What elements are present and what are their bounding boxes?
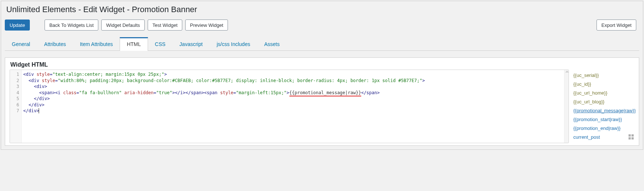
grid-icon[interactable] [629, 134, 634, 139]
variable-list: {{uc_serial}}{{uc_id}}{{uc_url_home}}{{u… [569, 70, 634, 143]
preview-widget-button[interactable]: Preview Widget [185, 20, 228, 31]
variable-item[interactable]: current_post [573, 133, 634, 142]
page-title: Unlimited Elements - Edit Widget - Promo… [1, 1, 643, 20]
tab-assets[interactable]: Assets [257, 37, 286, 51]
update-button[interactable]: Update [5, 20, 30, 31]
widget-html-panel: Widget HTML 1234567 <div style="text-ali… [5, 57, 639, 146]
tab-html[interactable]: HTML [120, 37, 148, 51]
tab-jscss-includes[interactable]: js/css Includes [210, 37, 257, 51]
line-number-gutter: 1234567 [10, 70, 22, 143]
back-to-widgets-button[interactable]: Back To Widgets List [45, 20, 98, 31]
toolbar: Update Back To Widgets List Widget Defau… [1, 20, 643, 37]
scrollbar-vertical[interactable] [564, 70, 569, 143]
scroll-arrow-up-icon [565, 71, 569, 72]
tab-general[interactable]: General [5, 37, 37, 51]
code-area[interactable]: <div style="text-align:center; margin:15… [22, 70, 569, 143]
tab-attributes[interactable]: Attributes [37, 37, 73, 51]
tab-css[interactable]: CSS [148, 37, 173, 51]
tab-item-attributes[interactable]: Item Attributes [73, 37, 120, 51]
code-editor[interactable]: 1234567 <div style="text-align:center; m… [10, 70, 569, 143]
variable-item[interactable]: {{uc_url_home}} [573, 89, 634, 98]
variable-item[interactable]: {{uc_serial}} [573, 71, 634, 80]
tabs-bar: General Attributes Item Attributes HTML … [5, 37, 639, 51]
variable-item[interactable]: {{promotion_end|raw}} [573, 124, 634, 133]
variable-item[interactable]: {{promotion_start|raw}} [573, 115, 634, 124]
tab-javascript[interactable]: Javascript [172, 37, 210, 51]
editor-row: 1234567 <div style="text-align:center; m… [10, 70, 634, 143]
test-widget-button[interactable]: Test Widget [148, 20, 182, 31]
variable-item[interactable]: {{uc_url_blog}} [573, 98, 634, 106]
widget-defaults-button[interactable]: Widget Defaults [101, 20, 145, 31]
variable-item[interactable]: {{promotional_message|raw}} [573, 106, 634, 115]
panel-title: Widget HTML [10, 61, 634, 68]
variable-item[interactable]: {{uc_id}} [573, 80, 634, 89]
page-frame: Unlimited Elements - Edit Widget - Promo… [1, 1, 643, 150]
export-widget-button[interactable]: Export Widget [597, 20, 636, 31]
